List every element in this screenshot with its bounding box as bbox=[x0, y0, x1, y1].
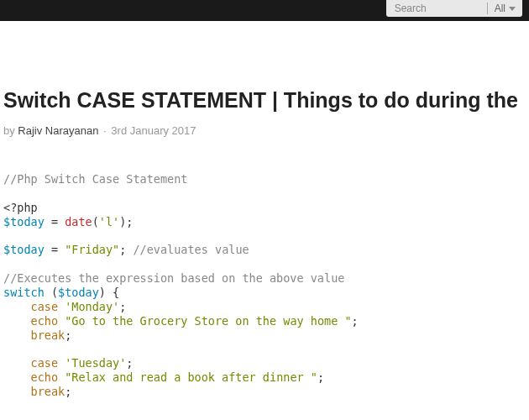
code-comment: //evaluates value bbox=[133, 243, 249, 256]
code-paren: ( bbox=[45, 286, 58, 299]
by-label: by bbox=[3, 124, 15, 137]
code-keyword: break bbox=[31, 328, 65, 342]
code-function: date bbox=[65, 215, 92, 228]
code-keyword: echo bbox=[31, 314, 59, 328]
code-semi: ; bbox=[65, 385, 71, 398]
chevron-down-icon bbox=[509, 7, 516, 11]
separator-dot: · bbox=[103, 124, 107, 137]
code-keyword: case bbox=[31, 356, 59, 370]
code-string: "Relax and read a book after dinner " bbox=[65, 370, 317, 384]
code-string: "Go to the Grocery Store on the way home… bbox=[65, 314, 351, 328]
code-paren: ( bbox=[92, 215, 99, 228]
header-bar: All bbox=[0, 0, 529, 21]
code-indent bbox=[3, 356, 31, 370]
publish-date: 3rd January 2017 bbox=[111, 124, 196, 137]
code-string: 'Monday' bbox=[65, 300, 119, 313]
filter-label: All bbox=[495, 3, 505, 14]
search-container: All bbox=[386, 0, 522, 17]
code-semi: ; bbox=[119, 243, 133, 256]
code-op: = bbox=[45, 243, 65, 256]
code-variable: $today bbox=[3, 243, 45, 256]
filter-dropdown[interactable]: All bbox=[488, 3, 522, 14]
code-indent bbox=[3, 385, 31, 398]
code-string: 'Tuesday' bbox=[65, 356, 126, 370]
code-space bbox=[58, 370, 65, 384]
search-input[interactable] bbox=[386, 0, 487, 17]
code-indent bbox=[3, 370, 31, 384]
code-token: <?php bbox=[3, 201, 38, 214]
code-semi: ; bbox=[65, 328, 71, 342]
code-variable: $today bbox=[58, 286, 99, 299]
code-comment: //Php Switch Case Statement bbox=[3, 172, 187, 186]
code-string: "Friday" bbox=[65, 243, 119, 256]
code-indent bbox=[3, 314, 31, 328]
code-keyword: switch bbox=[3, 286, 45, 299]
code-semi: ; bbox=[119, 300, 126, 313]
code-keyword: echo bbox=[31, 370, 59, 384]
code-space bbox=[58, 314, 65, 328]
code-keyword: case bbox=[31, 300, 59, 313]
code-paren: ); bbox=[119, 215, 133, 228]
spacer bbox=[0, 21, 529, 88]
code-semi: ; bbox=[126, 356, 133, 370]
code-block: //Php Switch Case Statement <?php $today… bbox=[0, 172, 529, 399]
code-variable: $today bbox=[3, 215, 45, 228]
code-semi: ; bbox=[352, 314, 359, 328]
code-indent bbox=[3, 300, 31, 313]
page-title: Switch CASE STATEMENT | Things to do dur… bbox=[0, 88, 529, 113]
code-indent bbox=[3, 328, 31, 342]
code-space bbox=[58, 300, 65, 313]
article-meta: by Rajiv Narayanan · 3rd January 2017 bbox=[0, 124, 529, 137]
code-op: = bbox=[45, 215, 65, 228]
code-semi: ; bbox=[317, 370, 324, 384]
code-space bbox=[58, 356, 65, 370]
code-keyword: break bbox=[31, 385, 65, 398]
code-paren: ) { bbox=[99, 286, 119, 299]
code-comment: //Executes the expression based on the a… bbox=[3, 271, 344, 285]
author-name[interactable]: Rajiv Narayanan bbox=[18, 124, 98, 137]
code-string: 'l' bbox=[99, 215, 119, 228]
